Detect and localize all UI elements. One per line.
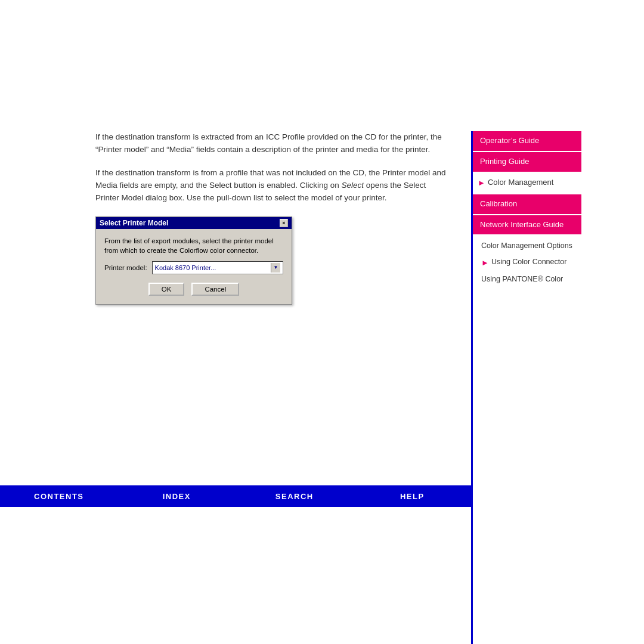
sidebar: Operator’s Guide Printing Guide ► Color … — [471, 131, 581, 644]
using-color-connector-arrow-icon: ► — [481, 258, 489, 268]
sidebar-item-color-management-options[interactable]: Color Management Options — [473, 238, 581, 254]
paragraph-2: If the destination transform is from a p… — [95, 167, 447, 205]
page-container: If the destination transform is extracte… — [0, 0, 644, 644]
sidebar-item-operators-guide[interactable]: Operator’s Guide — [473, 131, 581, 151]
sidebar-item-using-color-connector[interactable]: ► Using Color Connector — [473, 254, 581, 271]
dialog-close-button[interactable]: × — [280, 219, 288, 227]
dialog-field-row: Printer model: Kodak 8670 Printer... ▼ — [104, 261, 283, 274]
paragraph-2-italic: Select — [342, 181, 364, 190]
dialog-printer-model-input[interactable]: Kodak 8670 Printer... ▼ — [152, 261, 283, 274]
content-area: If the destination transform is extracte… — [0, 131, 471, 644]
dialog-body-text: From the list of export modules, select … — [104, 236, 283, 255]
dialog-buttons: OK Cancel — [104, 283, 283, 296]
dialog-cancel-button[interactable]: Cancel — [191, 283, 239, 296]
color-management-arrow-icon: ► — [478, 178, 485, 188]
nav-contents[interactable]: CONTENTS — [0, 492, 118, 501]
nav-search[interactable]: SEARCH — [236, 492, 354, 501]
dialog-title: Select Printer Model — [100, 219, 168, 227]
nav-index[interactable]: INDEX — [118, 492, 236, 501]
sidebar-item-printing-guide[interactable]: Printing Guide — [473, 152, 581, 172]
sidebar-item-calibration[interactable]: Calibration — [473, 194, 581, 214]
dialog-body: From the list of export modules, select … — [96, 229, 292, 304]
main-area: If the destination transform is extracte… — [0, 0, 644, 644]
sidebar-item-color-management[interactable]: ► Color Management — [473, 173, 581, 193]
dialog-dropdown-arrow-icon[interactable]: ▼ — [271, 263, 280, 273]
sidebar-item-network-interface-guide[interactable]: Network Interface Guide — [473, 215, 581, 235]
dialog-field-value: Kodak 8670 Printer... — [155, 264, 216, 271]
dialog-titlebar: Select Printer Model × — [96, 217, 292, 229]
sidebar-item-using-pantone-color[interactable]: Using PANTONE® Color — [473, 271, 581, 287]
dialog-screenshot: Select Printer Model × From the list of … — [95, 216, 292, 305]
dialog-field-label: Printer model: — [104, 264, 147, 271]
paragraph-1: If the destination transform is extracte… — [95, 131, 447, 156]
nav-help[interactable]: HELP — [354, 492, 472, 501]
dialog-ok-button[interactable]: OK — [148, 283, 185, 296]
bottom-nav-bar: CONTENTS INDEX SEARCH HELP — [0, 485, 471, 507]
